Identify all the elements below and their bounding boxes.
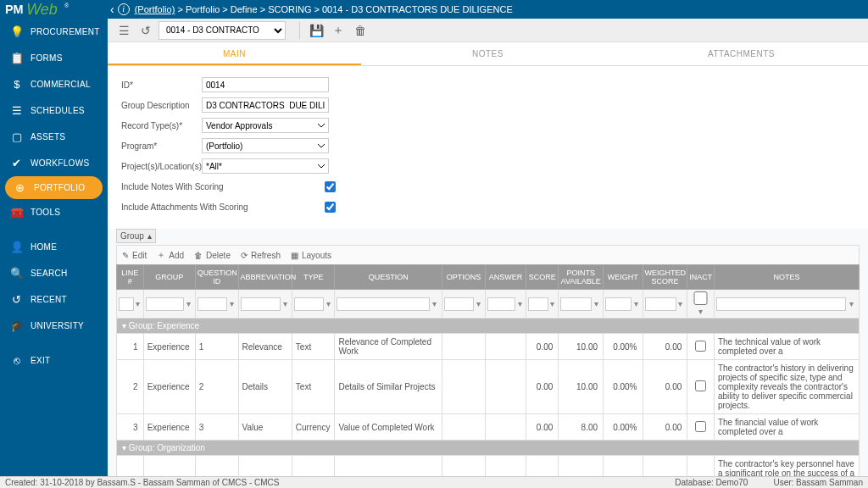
nav-portfolio[interactable]: ⊕PORTFOLIO	[5, 176, 103, 199]
filter-q[interactable]	[337, 297, 429, 311]
col-type[interactable]: TYPE	[292, 265, 335, 290]
layouts-button[interactable]: ▦Layouts	[291, 249, 331, 261]
filter-ans[interactable]	[487, 297, 515, 311]
filter-icon[interactable]: ▾	[227, 299, 236, 308]
prog-select[interactable]: (Portfolio)	[202, 138, 329, 153]
nav-assets[interactable]: ▢ASSETS	[0, 124, 108, 150]
filter-type[interactable]	[294, 297, 324, 311]
col-abbr[interactable]: ABBREVIATION	[238, 265, 292, 290]
back-chevron-icon[interactable]: ‹	[110, 3, 114, 16]
info-icon[interactable]: i	[118, 3, 130, 15]
filter-icon[interactable]: ▾	[698, 307, 703, 316]
col-weight[interactable]: WEIGHT	[604, 265, 643, 290]
tab-main[interactable]: MAIN	[108, 42, 361, 65]
filter-inact[interactable]	[689, 291, 712, 305]
table-row[interactable]: 3Experience3ValueCurrencyValue of Comple…	[117, 414, 860, 441]
proj-select[interactable]: *All*	[202, 158, 329, 174]
nav-forms[interactable]: 📋FORMS	[0, 45, 108, 71]
col-group[interactable]: GROUP	[143, 265, 195, 290]
filter-icon[interactable]: ▾	[632, 299, 640, 308]
refresh-button[interactable]: ⟳Refresh	[241, 249, 281, 261]
col-score[interactable]: SCORE	[526, 265, 559, 290]
list-icon[interactable]: ☰	[114, 21, 133, 40]
table-row[interactable]: 4Organization4PersonnelTextRésumés of Ke…	[117, 456, 860, 477]
col-options[interactable]: OPTIONS	[442, 265, 486, 290]
filter-scr[interactable]	[528, 297, 548, 311]
add-button[interactable]: ＋Add	[157, 249, 184, 261]
record-select[interactable]: 0014 - D3 CONTRACTORS DUE DILIG	[159, 21, 286, 40]
filter-icon[interactable]: ▾	[324, 299, 333, 308]
filter-icon[interactable]: ▾	[846, 299, 857, 308]
filter-icon[interactable]: ▾	[548, 299, 557, 308]
nav-recent[interactable]: ↺RECENT	[0, 286, 108, 313]
add-icon[interactable]: ＋	[329, 21, 348, 40]
briefcase-icon: 🧰	[10, 206, 24, 219]
sidebar: 💡PROCUREMENT 📋FORMS $COMMERCIAL ☰SCHEDUL…	[0, 19, 108, 476]
include-notes-checkbox[interactable]	[325, 181, 336, 192]
rt-select[interactable]: Vendor Approvals	[202, 118, 329, 133]
filter-line[interactable]	[119, 297, 134, 311]
prog-label: Program*	[121, 141, 202, 151]
nav-search[interactable]: 🔍SEARCH	[0, 260, 108, 286]
filter-notes[interactable]	[716, 297, 846, 311]
filter-icon[interactable]: ▾	[592, 299, 601, 308]
filter-ws[interactable]	[645, 297, 676, 311]
nav-university[interactable]: 🎓UNIVERSITY	[0, 313, 108, 339]
id-input[interactable]	[202, 77, 329, 92]
col-line[interactable]: LINE #	[117, 265, 144, 290]
globe-icon: ⊕	[14, 181, 27, 194]
delete-button[interactable]: 🗑Delete	[194, 249, 231, 261]
inactive-checkbox[interactable]	[695, 380, 706, 391]
tab-attachments[interactable]: ATTACHMENTS	[615, 42, 868, 65]
col-points[interactable]: POINTS AVAILABLE	[559, 265, 604, 290]
inactive-checkbox[interactable]	[695, 421, 706, 432]
edit-button[interactable]: ✎Edit	[122, 249, 147, 261]
logo: PMWeb®	[0, 0, 108, 19]
inactive-checkbox[interactable]	[695, 341, 706, 352]
filter-opt[interactable]	[444, 297, 474, 311]
nav-commercial[interactable]: $COMMERCIAL	[0, 71, 108, 97]
filter-qid[interactable]	[198, 297, 227, 311]
history-icon[interactable]: ↺	[136, 21, 155, 40]
col-question[interactable]: QUESTION	[335, 265, 442, 290]
col-answer[interactable]: ANSWER	[485, 265, 526, 290]
svg-text:®: ®	[64, 3, 69, 8]
toolbar: ☰ ↺ 0014 - D3 CONTRACTORS DUE DILIG 💾 ＋ …	[108, 19, 868, 42]
filter-abbr[interactable]	[241, 297, 281, 311]
nav-procurement[interactable]: 💡PROCUREMENT	[0, 19, 108, 45]
breadcrumb-portfolio[interactable]: (Portfolio)	[135, 4, 175, 14]
id-label: ID*	[121, 80, 202, 90]
group-row[interactable]: ▾ Group: Experience	[117, 319, 860, 334]
check-icon: ✔	[10, 157, 24, 169]
col-inactive[interactable]: INACT	[687, 265, 715, 290]
save-icon[interactable]: 💾	[307, 21, 326, 40]
col-notes[interactable]: NOTES	[714, 265, 859, 290]
include-attachments-checkbox[interactable]	[325, 202, 336, 213]
filter-icon[interactable]: ▾	[134, 299, 142, 308]
filter-group[interactable]	[146, 297, 184, 311]
att-chk-label: Include Attachments With Scoring	[121, 202, 257, 212]
table-row[interactable]: 2Experience2DetailsTextDetails of Simila…	[117, 360, 860, 414]
tab-notes[interactable]: NOTES	[361, 42, 615, 65]
filter-icon[interactable]: ▾	[430, 299, 441, 308]
filter-icon[interactable]: ▾	[474, 299, 483, 308]
filter-icon[interactable]: ▾	[281, 299, 290, 308]
desc-input[interactable]	[202, 97, 329, 113]
group-by[interactable]: Group ▴	[116, 229, 156, 243]
filter-wt[interactable]	[605, 297, 632, 311]
col-qid[interactable]: QUESTION ID	[195, 265, 238, 290]
filter-icon[interactable]: ▾	[184, 299, 193, 308]
filter-pts[interactable]	[560, 297, 592, 311]
delete-icon[interactable]: 🗑	[351, 21, 370, 40]
nav-workflows[interactable]: ✔WORKFLOWS	[0, 150, 108, 176]
filter-row: ▾ ▾ ▾ ▾ ▾ ▾ ▾ ▾ ▾ ▾ ▾ ▾ ▾ ▾	[117, 290, 860, 319]
nav-schedules[interactable]: ☰SCHEDULES	[0, 97, 108, 124]
filter-icon[interactable]: ▾	[515, 299, 524, 308]
filter-icon[interactable]: ▾	[676, 299, 686, 308]
group-row[interactable]: ▾ Group: Organization	[117, 441, 860, 456]
nav-tools[interactable]: 🧰TOOLS	[0, 199, 108, 225]
nav-exit[interactable]: ⎋EXIT	[0, 347, 108, 374]
table-row[interactable]: 1Experience1RelevanceTextRelevance of Co…	[117, 334, 860, 360]
col-wscore[interactable]: WEIGHTED SCORE	[643, 265, 687, 290]
nav-home[interactable]: 👤HOME	[0, 234, 108, 260]
